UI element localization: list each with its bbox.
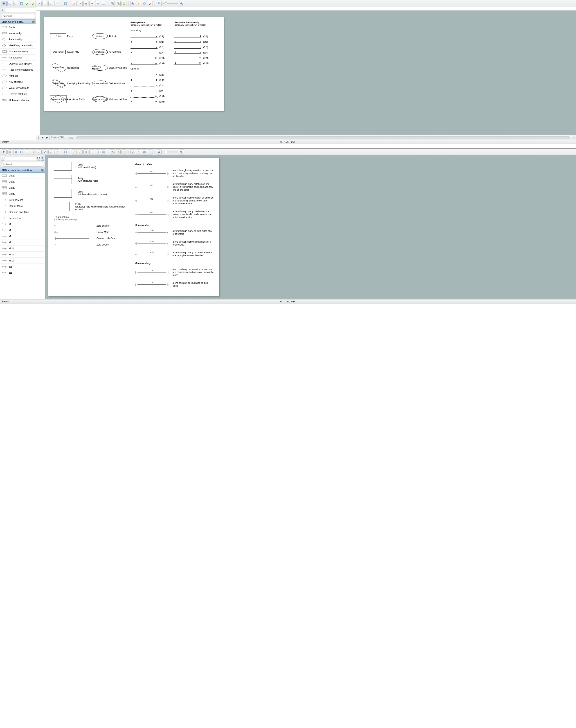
text-tool[interactable]	[19, 150, 24, 154]
hand-tool[interactable]	[136, 1, 141, 6]
pages-handle[interactable]: ‖	[36, 135, 40, 140]
zoom-in-tool[interactable]	[130, 1, 135, 6]
stencil-item[interactable]: Recursive relationship	[0, 67, 36, 73]
stencil-item[interactable]: Key attribute	[0, 79, 36, 85]
stencil-item[interactable]: Multivalue attribute	[0, 97, 36, 103]
key-attr-shape[interactable]: Key attribute	[92, 49, 108, 55]
zoom-in-tool[interactable]	[130, 150, 135, 154]
group-tool-2[interactable]	[116, 150, 121, 154]
canvas-scrollview[interactable]: Entity(with no attributes)Entity(with at…	[45, 155, 576, 299]
edit-tool[interactable]	[148, 150, 153, 154]
line-style-6[interactable]	[101, 150, 106, 154]
cardinality-row[interactable]: M(0:M)	[174, 54, 219, 59]
stencil-item[interactable]: Entity	[0, 24, 36, 30]
entity-shape[interactable]	[54, 202, 69, 211]
stencil-item[interactable]: Zero or More	[0, 197, 45, 203]
stencil-item[interactable]: Entity	[0, 191, 45, 197]
cardinality-row[interactable]: 1N(1:N)	[131, 87, 175, 92]
line-style-1[interactable]	[72, 150, 77, 154]
tree-view-btn[interactable]	[1, 8, 4, 12]
legend-connector[interactable]: -||—	[54, 237, 92, 240]
text-tool[interactable]	[19, 1, 24, 6]
pointer-tool[interactable]	[2, 1, 6, 6]
connector-tool-6[interactable]	[54, 150, 59, 154]
rect-tool[interactable]	[7, 150, 12, 154]
cardinality-row[interactable]: M(0:M)	[131, 54, 175, 59]
cardinality-row[interactable]: 11(1:1)	[131, 76, 175, 81]
connector-line[interactable]: >|M:M|<	[135, 242, 169, 245]
connector-line[interactable]: >|M:1○|	[135, 199, 169, 202]
connector-line[interactable]: ||1:1○|	[135, 271, 169, 274]
stencil-item[interactable]: Entity	[0, 185, 45, 191]
stencil-item[interactable]: Participation	[0, 55, 36, 61]
connector-tool-2[interactable]	[31, 1, 36, 6]
connector-tool-2[interactable]	[31, 150, 36, 154]
stencil-item[interactable]: M:M	[0, 251, 45, 257]
line-style-4[interactable]	[89, 1, 94, 6]
line-style-3[interactable]	[84, 150, 88, 154]
entity-shape[interactable]: Entity	[50, 33, 66, 39]
group-tool-1[interactable]	[110, 1, 115, 6]
stencil-item[interactable]: One or More	[0, 203, 45, 209]
search-stencil-btn[interactable]	[41, 156, 44, 160]
weak-entity-shape[interactable]: Weak Entity	[50, 49, 66, 55]
line-style-5[interactable]	[95, 1, 100, 6]
page-prev-btn[interactable]: ◀	[40, 135, 45, 140]
connector-tool-3[interactable]	[37, 150, 41, 154]
stencil-item[interactable]: Optional participation	[0, 61, 36, 67]
edit-tool[interactable]	[148, 1, 153, 6]
relationship-shape[interactable]: Relationship	[50, 64, 66, 71]
resize-corner[interactable]: ⤡	[571, 135, 576, 140]
connector-line[interactable]: >|M:1||	[135, 172, 169, 175]
stencil-item[interactable]: Attribute	[0, 73, 36, 79]
stencil-item[interactable]: Weak entity	[0, 30, 36, 36]
canvas-page[interactable]: Participations Cardinality can be shown …	[44, 17, 224, 111]
sidebar-search-input[interactable]	[1, 162, 44, 166]
stencil-item[interactable]: Associative entity	[0, 49, 36, 55]
cardinality-row[interactable]: 1M(1:M)	[131, 98, 175, 103]
stencil-item[interactable]: Entity	[0, 173, 45, 179]
hand-tool[interactable]	[136, 150, 141, 154]
entity-shape[interactable]	[54, 175, 72, 184]
page-next-btn[interactable]: ▶	[45, 135, 50, 140]
zoom-slider[interactable]	[163, 3, 178, 4]
stencil-panel-header[interactable]: ERD, Chen's nota...	[0, 19, 36, 24]
cardinality-row[interactable]: 1N(1:N)	[174, 49, 219, 54]
stencil-item[interactable]: M:M	[0, 245, 45, 251]
h-scrollbar[interactable]	[76, 136, 570, 139]
assoc-entity-shape[interactable]: Associative Entity	[50, 95, 66, 103]
sidebar-search-input[interactable]	[1, 14, 35, 18]
stencil-item[interactable]: M:1	[0, 239, 45, 245]
connector-line[interactable]: ||1:1||	[135, 283, 169, 286]
connector-tool-4[interactable]	[42, 150, 48, 154]
stencil-item[interactable]: Derived attribute	[0, 91, 36, 97]
cardinality-row[interactable]: N(0:N)	[131, 43, 175, 49]
zoom-out-btn[interactable]	[156, 1, 162, 6]
connector-line[interactable]: >○M:1||	[135, 185, 169, 189]
line-style-4[interactable]	[89, 150, 94, 154]
line-style-3[interactable]	[84, 1, 88, 6]
panel-close-icon[interactable]	[32, 21, 35, 23]
cardinality-row[interactable]: 1M(1:M)	[174, 59, 219, 65]
grid-view-btn[interactable]	[37, 156, 40, 160]
ellipse-tool[interactable]	[13, 150, 18, 154]
cardinality-row[interactable]: 1(0:1)	[174, 32, 219, 38]
cardinality-row[interactable]: 11(1:1)	[131, 38, 175, 43]
cardinality-row[interactable]: 11(1:1)	[174, 38, 219, 43]
group-tool-2[interactable]	[116, 1, 121, 6]
connector-tool-1[interactable]	[25, 1, 30, 6]
panel-close-icon[interactable]	[41, 169, 44, 172]
entity-shape[interactable]	[54, 162, 72, 171]
ellipse-tool[interactable]	[13, 1, 18, 6]
cardinality-row[interactable]: 1(0:1)	[131, 70, 175, 76]
print-tool[interactable]	[142, 1, 147, 6]
group-tool-3[interactable]	[121, 150, 126, 154]
stencil-item[interactable]: Weak key attribute	[0, 85, 36, 91]
multivalue-attr-shape[interactable]: Multivalue attribute	[92, 96, 108, 102]
cardinality-row[interactable]: 1N(1:N)	[131, 49, 175, 54]
zoom-slider[interactable]	[163, 152, 178, 152]
connector-line[interactable]: >○M:M|<	[135, 252, 169, 255]
connector-tool-4[interactable]	[42, 1, 48, 6]
weak-key-attr-shape[interactable]: Weak key attribute	[92, 65, 108, 70]
legend-connector[interactable]: >|—	[54, 231, 92, 234]
